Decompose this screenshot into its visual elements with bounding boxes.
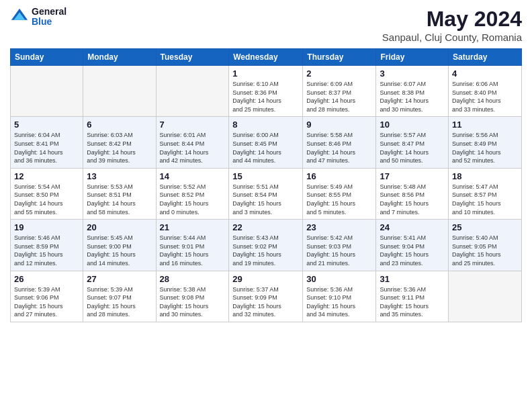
day-info: Sunrise: 5:41 AM Sunset: 9:04 PM Dayligh… — [380, 234, 445, 267]
day-info: Sunrise: 5:56 AM Sunset: 8:49 PM Dayligh… — [452, 131, 518, 165]
calendar-week-1: 1Sunrise: 6:10 AM Sunset: 8:36 PM Daylig… — [11, 66, 522, 117]
day-info: Sunrise: 5:36 AM Sunset: 9:10 PM Dayligh… — [306, 285, 372, 319]
calendar-cell: 11Sunrise: 5:56 AM Sunset: 8:49 PM Dayli… — [449, 117, 522, 168]
day-number: 23 — [306, 222, 372, 232]
day-info: Sunrise: 5:47 AM Sunset: 8:57 PM Dayligh… — [452, 183, 518, 216]
day-info: Sunrise: 6:07 AM Sunset: 8:38 PM Dayligh… — [380, 80, 445, 113]
calendar-cell: 1Sunrise: 6:10 AM Sunset: 8:36 PM Daylig… — [229, 66, 303, 117]
calendar-cell: 15Sunrise: 5:51 AM Sunset: 8:54 PM Dayli… — [229, 168, 303, 219]
calendar-cell: 10Sunrise: 5:57 AM Sunset: 8:47 PM Dayli… — [376, 117, 449, 168]
calendar-cell — [11, 66, 83, 117]
day-number: 21 — [160, 222, 226, 232]
day-number: 4 — [452, 68, 518, 79]
main-title: May 2024 — [382, 7, 522, 32]
calendar-week-5: 26Sunrise: 5:39 AM Sunset: 9:06 PM Dayli… — [11, 271, 522, 322]
calendar-cell: 17Sunrise: 5:48 AM Sunset: 8:56 PM Dayli… — [376, 168, 449, 219]
subtitle: Sanpaul, Cluj County, Romania — [382, 32, 522, 43]
day-info: Sunrise: 6:00 AM Sunset: 8:45 PM Dayligh… — [232, 131, 299, 165]
day-info: Sunrise: 5:52 AM Sunset: 8:52 PM Dayligh… — [160, 183, 226, 216]
day-number: 18 — [452, 171, 518, 181]
day-info: Sunrise: 5:44 AM Sunset: 9:01 PM Dayligh… — [160, 234, 226, 267]
day-info: Sunrise: 5:39 AM Sunset: 9:06 PM Dayligh… — [14, 285, 79, 319]
day-number: 27 — [87, 274, 152, 284]
day-number: 5 — [14, 120, 79, 130]
day-number: 28 — [160, 274, 226, 284]
calendar-cell: 9Sunrise: 5:58 AM Sunset: 8:46 PM Daylig… — [303, 117, 376, 168]
day-info: Sunrise: 5:49 AM Sunset: 8:55 PM Dayligh… — [306, 183, 372, 216]
day-number: 17 — [380, 171, 445, 181]
calendar-cell: 5Sunrise: 6:04 AM Sunset: 8:41 PM Daylig… — [11, 117, 83, 168]
calendar-week-2: 5Sunrise: 6:04 AM Sunset: 8:41 PM Daylig… — [11, 117, 522, 168]
calendar-cell — [449, 271, 522, 322]
day-number: 13 — [87, 171, 152, 181]
day-number: 6 — [87, 120, 152, 130]
col-friday: Friday — [376, 49, 449, 66]
day-info: Sunrise: 5:58 AM Sunset: 8:46 PM Dayligh… — [306, 131, 372, 165]
calendar-cell: 26Sunrise: 5:39 AM Sunset: 9:06 PM Dayli… — [11, 271, 83, 322]
calendar: Sunday Monday Tuesday Wednesday Thursday… — [10, 48, 522, 322]
day-number: 7 — [160, 120, 226, 130]
logo-icon — [10, 7, 29, 26]
calendar-cell: 6Sunrise: 6:03 AM Sunset: 8:42 PM Daylig… — [83, 117, 156, 168]
day-number: 9 — [306, 120, 372, 130]
day-number: 19 — [14, 222, 79, 232]
day-number: 12 — [14, 171, 79, 181]
day-number: 29 — [232, 274, 299, 284]
calendar-cell: 12Sunrise: 5:54 AM Sunset: 8:50 PM Dayli… — [11, 168, 83, 219]
calendar-cell: 8Sunrise: 6:00 AM Sunset: 8:45 PM Daylig… — [229, 117, 303, 168]
calendar-cell: 2Sunrise: 6:09 AM Sunset: 8:37 PM Daylig… — [303, 66, 376, 117]
day-info: Sunrise: 5:36 AM Sunset: 9:11 PM Dayligh… — [380, 285, 445, 319]
day-info: Sunrise: 5:42 AM Sunset: 9:03 PM Dayligh… — [306, 234, 372, 267]
day-number: 1 — [232, 68, 299, 79]
day-info: Sunrise: 5:40 AM Sunset: 9:05 PM Dayligh… — [452, 234, 518, 267]
col-thursday: Thursday — [303, 49, 376, 66]
day-number: 25 — [452, 222, 518, 232]
calendar-header-row: Sunday Monday Tuesday Wednesday Thursday… — [11, 49, 522, 66]
day-number: 26 — [14, 274, 79, 284]
col-monday: Monday — [83, 49, 156, 66]
calendar-cell: 22Sunrise: 5:43 AM Sunset: 9:02 PM Dayli… — [229, 220, 303, 271]
day-number: 14 — [160, 171, 226, 181]
calendar-cell: 31Sunrise: 5:36 AM Sunset: 9:11 PM Dayli… — [376, 271, 449, 322]
day-info: Sunrise: 5:53 AM Sunset: 8:51 PM Dayligh… — [87, 183, 152, 216]
col-tuesday: Tuesday — [156, 49, 229, 66]
calendar-cell: 27Sunrise: 5:39 AM Sunset: 9:07 PM Dayli… — [83, 271, 156, 322]
day-info: Sunrise: 6:03 AM Sunset: 8:42 PM Dayligh… — [87, 131, 152, 165]
day-info: Sunrise: 5:48 AM Sunset: 8:56 PM Dayligh… — [380, 183, 445, 216]
day-info: Sunrise: 6:01 AM Sunset: 8:44 PM Dayligh… — [160, 131, 226, 165]
day-number: 8 — [232, 120, 299, 130]
day-info: Sunrise: 6:09 AM Sunset: 8:37 PM Dayligh… — [306, 80, 372, 113]
logo: General Blue — [10, 7, 66, 28]
calendar-cell: 16Sunrise: 5:49 AM Sunset: 8:55 PM Dayli… — [303, 168, 376, 219]
col-wednesday: Wednesday — [229, 49, 303, 66]
calendar-cell: 13Sunrise: 5:53 AM Sunset: 8:51 PM Dayli… — [83, 168, 156, 219]
calendar-cell: 23Sunrise: 5:42 AM Sunset: 9:03 PM Dayli… — [303, 220, 376, 271]
day-number: 11 — [452, 120, 518, 130]
day-number: 30 — [306, 274, 372, 284]
day-info: Sunrise: 6:10 AM Sunset: 8:36 PM Dayligh… — [232, 80, 299, 113]
calendar-cell: 25Sunrise: 5:40 AM Sunset: 9:05 PM Dayli… — [449, 220, 522, 271]
day-number: 20 — [87, 222, 152, 232]
day-number: 2 — [306, 68, 372, 79]
calendar-cell: 30Sunrise: 5:36 AM Sunset: 9:10 PM Dayli… — [303, 271, 376, 322]
header: General Blue May 2024 Sanpaul, Cluj Coun… — [10, 7, 522, 43]
calendar-cell: 29Sunrise: 5:37 AM Sunset: 9:09 PM Dayli… — [229, 271, 303, 322]
calendar-cell: 3Sunrise: 6:07 AM Sunset: 8:38 PM Daylig… — [376, 66, 449, 117]
day-number: 15 — [232, 171, 299, 181]
logo-text: General Blue — [32, 7, 66, 28]
calendar-cell — [83, 66, 156, 117]
calendar-week-4: 19Sunrise: 5:46 AM Sunset: 8:59 PM Dayli… — [11, 220, 522, 271]
day-number: 10 — [380, 120, 445, 130]
calendar-cell: 28Sunrise: 5:38 AM Sunset: 9:08 PM Dayli… — [156, 271, 229, 322]
calendar-week-3: 12Sunrise: 5:54 AM Sunset: 8:50 PM Dayli… — [11, 168, 522, 219]
title-block: May 2024 Sanpaul, Cluj County, Romania — [382, 7, 522, 43]
calendar-cell — [156, 66, 229, 117]
day-number: 16 — [306, 171, 372, 181]
day-number: 31 — [380, 274, 445, 284]
day-info: Sunrise: 5:57 AM Sunset: 8:47 PM Dayligh… — [380, 131, 445, 165]
calendar-cell: 20Sunrise: 5:45 AM Sunset: 9:00 PM Dayli… — [83, 220, 156, 271]
day-info: Sunrise: 5:45 AM Sunset: 9:00 PM Dayligh… — [87, 234, 152, 267]
day-info: Sunrise: 5:38 AM Sunset: 9:08 PM Dayligh… — [160, 285, 226, 319]
day-info: Sunrise: 5:46 AM Sunset: 8:59 PM Dayligh… — [14, 234, 79, 267]
day-info: Sunrise: 5:37 AM Sunset: 9:09 PM Dayligh… — [232, 285, 299, 319]
